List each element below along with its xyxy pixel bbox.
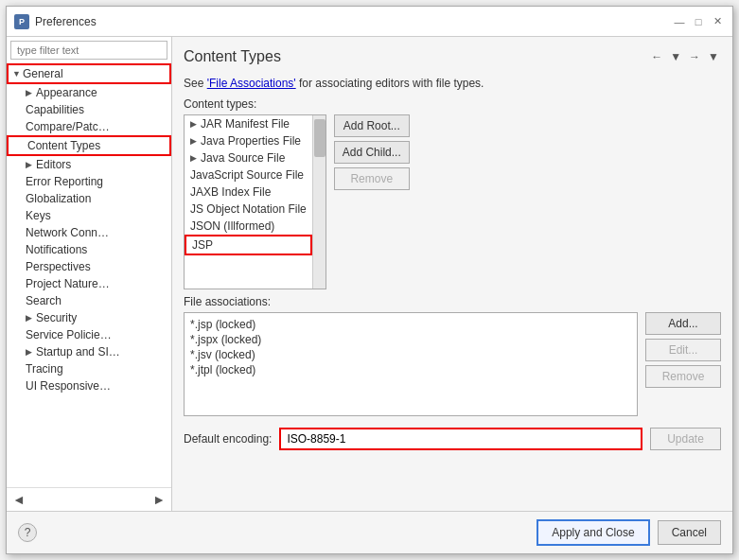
sidebar-item-label: Security xyxy=(36,311,77,324)
list-item[interactable]: JAXB Index File xyxy=(185,184,312,201)
link-prefix: See xyxy=(184,77,207,90)
list-item-label: JAR Manifest File xyxy=(201,117,290,131)
list-item[interactable]: JS Object Notation File xyxy=(185,201,312,218)
scrollbar-thumb xyxy=(314,119,326,157)
minimize-button[interactable]: — xyxy=(672,14,687,29)
sidebar-item-label: Perspectives xyxy=(26,260,91,273)
file-assoc-item: *.jspx (locked) xyxy=(190,332,631,347)
sidebar-item-label: Tracing xyxy=(26,362,63,376)
list-item[interactable]: JSON (Illformed) xyxy=(185,218,312,235)
content-area: ▼ General ▶ Appearance Capabilities Comp… xyxy=(7,37,732,511)
window-title: Preferences xyxy=(35,15,666,28)
sidebar-nav-controls: ◄ ► xyxy=(7,487,171,511)
content-types-list: ▶ JAR Manifest File ▶ Java Properties Fi… xyxy=(185,115,312,289)
sidebar-item-network-conn[interactable]: Network Conn… xyxy=(7,224,171,241)
sidebar-item-label: Service Policie… xyxy=(26,328,112,341)
sidebar-tree: ▼ General ▶ Appearance Capabilities Comp… xyxy=(7,63,171,487)
encoding-row: Default encoding: Update xyxy=(184,428,721,450)
add-assoc-button[interactable]: Add... xyxy=(645,312,721,335)
panel-forward-button[interactable]: → xyxy=(687,48,702,65)
file-assoc-list: *.jsp (locked) *.jspx (locked) *.jsv (lo… xyxy=(184,312,638,416)
sidebar-item-editors[interactable]: ▶ Editors xyxy=(7,156,171,173)
file-assoc-label: File associations: xyxy=(184,295,721,308)
panel-back-button[interactable]: ← xyxy=(649,48,664,65)
add-child-button[interactable]: Add Child... xyxy=(334,141,410,164)
list-item-label: JAXB Index File xyxy=(190,185,271,199)
chevron-right-icon: ▶ xyxy=(26,88,32,97)
sidebar-item-label: Notifications xyxy=(26,243,87,256)
window-controls: — □ ✕ xyxy=(672,14,725,29)
list-item-label: JSP xyxy=(192,238,213,252)
sidebar-item-label: Appearance xyxy=(36,86,97,99)
link-suffix: for associating editors with file types. xyxy=(296,77,484,90)
edit-assoc-button[interactable]: Edit... xyxy=(645,339,721,361)
sidebar-item-security[interactable]: ▶ Security xyxy=(7,309,171,326)
sidebar-item-ui-responsive[interactable]: UI Responsive… xyxy=(7,377,171,394)
remove-assoc-button[interactable]: Remove xyxy=(645,365,721,388)
list-item-label: JS Object Notation File xyxy=(190,202,307,216)
sidebar-item-label: Startup and SI… xyxy=(36,345,120,359)
sidebar-item-startup[interactable]: ▶ Startup and SI… xyxy=(7,343,171,360)
sidebar-item-capabilities[interactable]: Capabilities xyxy=(7,101,171,118)
sidebar-item-error-reporting[interactable]: Error Reporting xyxy=(7,173,171,190)
assoc-buttons: Add... Edit... Remove xyxy=(645,312,721,416)
panel-title: Content Types xyxy=(184,48,281,65)
sidebar-item-globalization[interactable]: Globalization xyxy=(7,190,171,207)
file-assoc-item: *.jsp (locked) xyxy=(190,317,631,332)
footer: ? Apply and Close Cancel xyxy=(7,511,732,553)
list-item-jsp[interactable]: JSP xyxy=(185,235,312,255)
remove-content-button[interactable]: Remove xyxy=(334,167,410,190)
sidebar-item-label: Keys xyxy=(26,209,51,222)
sidebar-item-notifications[interactable]: Notifications xyxy=(7,241,171,258)
encoding-input[interactable] xyxy=(279,428,642,450)
sidebar-back-button[interactable]: ◄ xyxy=(10,490,27,509)
sidebar-item-service-policies[interactable]: Service Policie… xyxy=(7,326,171,343)
file-assoc-item: *.jsv (locked) xyxy=(190,347,631,362)
list-item[interactable]: JavaScript Source File xyxy=(185,166,312,184)
sidebar-item-label: Network Conn… xyxy=(26,226,109,239)
sidebar-item-content-types[interactable]: Content Types xyxy=(7,135,171,156)
list-item[interactable]: ▶ JAR Manifest File xyxy=(185,115,312,132)
sidebar-item-label: Search xyxy=(26,294,62,307)
sidebar-item-tracing[interactable]: Tracing xyxy=(7,360,171,377)
content-types-scrollbar[interactable] xyxy=(312,115,326,289)
cancel-button[interactable]: Cancel xyxy=(658,520,721,545)
panel-down2-button[interactable]: ▼ xyxy=(706,48,721,65)
file-associations-link[interactable]: 'File Associations' xyxy=(207,77,296,90)
sidebar: ▼ General ▶ Appearance Capabilities Comp… xyxy=(7,37,172,511)
help-button[interactable]: ? xyxy=(18,523,37,542)
list-item[interactable]: ▶ Java Source File xyxy=(185,149,312,166)
footer-left: ? xyxy=(18,523,529,542)
list-item-label: Java Properties File xyxy=(201,134,301,148)
file-assoc-link-line: See 'File Associations' for associating … xyxy=(184,77,721,90)
apply-close-button[interactable]: Apply and Close xyxy=(537,519,649,546)
chevron-right-icon: ▶ xyxy=(26,313,32,323)
chevron-right-icon: ▶ xyxy=(190,136,197,146)
sidebar-forward-button[interactable]: ► xyxy=(150,490,167,509)
sidebar-item-search[interactable]: Search xyxy=(7,292,171,309)
content-types-buttons: Add Root... Add Child... Remove xyxy=(334,114,410,289)
close-button[interactable]: ✕ xyxy=(710,14,725,29)
update-button[interactable]: Update xyxy=(650,428,721,450)
sidebar-item-appearance[interactable]: ▶ Appearance xyxy=(7,84,171,101)
list-item-label: JavaScript Source File xyxy=(190,168,304,182)
sidebar-item-perspectives[interactable]: Perspectives xyxy=(7,258,171,275)
sidebar-item-label: Content Types xyxy=(27,139,100,152)
filter-input[interactable] xyxy=(10,41,167,60)
maximize-button[interactable]: □ xyxy=(691,14,706,29)
sidebar-item-general[interactable]: ▼ General xyxy=(7,63,171,84)
sidebar-item-keys[interactable]: Keys xyxy=(7,207,171,224)
sidebar-item-label: Globalization xyxy=(26,192,91,205)
preferences-window: P Preferences — □ ✕ ▼ General xyxy=(6,6,733,554)
chevron-right-icon: ▶ xyxy=(26,347,32,357)
sidebar-scroll: ▼ General ▶ Appearance Capabilities Comp… xyxy=(7,63,171,487)
sidebar-item-project-nature[interactable]: Project Nature… xyxy=(7,275,171,292)
panel-down-button[interactable]: ▼ xyxy=(668,48,683,65)
sidebar-item-compare[interactable]: Compare/Patc… xyxy=(7,118,171,135)
chevron-right-icon: ▶ xyxy=(190,153,197,163)
list-item[interactable]: ▶ Java Properties File xyxy=(185,132,312,149)
add-root-button[interactable]: Add Root... xyxy=(334,114,410,137)
chevron-down-icon: ▼ xyxy=(12,69,21,79)
sidebar-item-label: General xyxy=(23,67,63,80)
app-icon: P xyxy=(14,14,29,29)
